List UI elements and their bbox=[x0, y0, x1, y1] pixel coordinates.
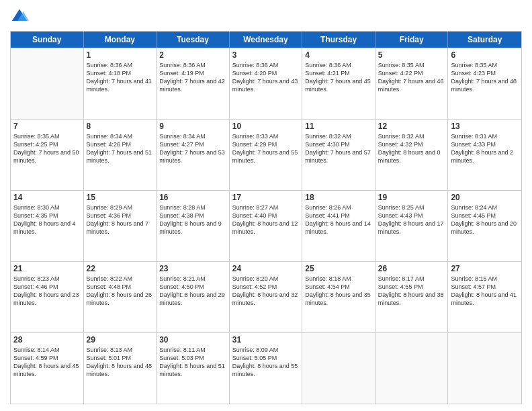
calendar-cell: 18Sunrise: 8:26 AMSunset: 4:41 PMDayligh… bbox=[302, 191, 375, 261]
calendar: SundayMondayTuesdayWednesdayThursdayFrid… bbox=[10, 31, 522, 404]
calendar-cell: 19Sunrise: 8:25 AMSunset: 4:43 PMDayligh… bbox=[375, 191, 449, 261]
day-number: 16 bbox=[159, 193, 226, 202]
day-number: 12 bbox=[378, 122, 445, 131]
day-number: 7 bbox=[13, 122, 81, 131]
calendar-cell: 22Sunrise: 8:22 AMSunset: 4:48 PMDayligh… bbox=[84, 262, 157, 332]
calendar-cell: 14Sunrise: 8:30 AMSunset: 4:35 PMDayligh… bbox=[11, 191, 84, 261]
day-number: 22 bbox=[87, 264, 154, 273]
calendar-cell: 23Sunrise: 8:21 AMSunset: 4:50 PMDayligh… bbox=[157, 262, 230, 332]
day-info: Sunrise: 8:29 AMSunset: 4:36 PMDaylight:… bbox=[87, 203, 154, 236]
calendar-row: 7Sunrise: 8:35 AMSunset: 4:25 PMDaylight… bbox=[11, 119, 521, 190]
day-header-sunday: Sunday bbox=[11, 32, 84, 48]
day-number: 18 bbox=[305, 193, 372, 202]
day-number: 28 bbox=[13, 335, 81, 345]
day-info: Sunrise: 8:27 AMSunset: 4:40 PMDaylight:… bbox=[232, 203, 300, 236]
calendar-header: SundayMondayTuesdayWednesdayThursdayFrid… bbox=[11, 32, 521, 48]
day-number: 19 bbox=[378, 193, 445, 202]
calendar-cell: 25Sunrise: 8:18 AMSunset: 4:54 PMDayligh… bbox=[302, 262, 375, 332]
day-info: Sunrise: 8:24 AMSunset: 4:45 PMDaylight:… bbox=[451, 203, 519, 236]
day-info: Sunrise: 8:09 AMSunset: 5:05 PMDaylight:… bbox=[232, 346, 300, 379]
calendar-cell: 31Sunrise: 8:09 AMSunset: 5:05 PMDayligh… bbox=[230, 333, 303, 404]
day-info: Sunrise: 8:28 AMSunset: 4:38 PMDaylight:… bbox=[159, 203, 226, 236]
day-header-wednesday: Wednesday bbox=[230, 32, 303, 48]
calendar-cell: 6Sunrise: 8:35 AMSunset: 4:23 PMDaylight… bbox=[448, 48, 521, 119]
day-number: 2 bbox=[159, 50, 226, 60]
calendar-cell bbox=[448, 333, 521, 404]
day-number: 5 bbox=[378, 50, 445, 60]
day-number: 1 bbox=[87, 50, 154, 60]
day-header-tuesday: Tuesday bbox=[157, 32, 230, 48]
day-info: Sunrise: 8:34 AMSunset: 4:27 PMDaylight:… bbox=[159, 132, 226, 165]
day-info: Sunrise: 8:14 AMSunset: 4:59 PMDaylight:… bbox=[13, 346, 81, 379]
day-info: Sunrise: 8:36 AMSunset: 4:18 PMDaylight:… bbox=[87, 61, 154, 94]
calendar-cell: 1Sunrise: 8:36 AMSunset: 4:18 PMDaylight… bbox=[84, 48, 157, 119]
day-info: Sunrise: 8:25 AMSunset: 4:43 PMDaylight:… bbox=[378, 203, 445, 236]
day-info: Sunrise: 8:17 AMSunset: 4:55 PMDaylight:… bbox=[378, 275, 445, 308]
header bbox=[10, 7, 522, 26]
calendar-cell: 2Sunrise: 8:36 AMSunset: 4:19 PMDaylight… bbox=[157, 48, 230, 119]
logo-icon bbox=[10, 7, 29, 26]
day-info: Sunrise: 8:15 AMSunset: 4:57 PMDaylight:… bbox=[451, 275, 519, 308]
day-info: Sunrise: 8:33 AMSunset: 4:29 PMDaylight:… bbox=[232, 132, 300, 165]
day-info: Sunrise: 8:35 AMSunset: 4:25 PMDaylight:… bbox=[13, 132, 81, 165]
calendar-cell: 7Sunrise: 8:35 AMSunset: 4:25 PMDaylight… bbox=[11, 120, 84, 190]
calendar-cell: 9Sunrise: 8:34 AMSunset: 4:27 PMDaylight… bbox=[157, 120, 230, 190]
day-number: 24 bbox=[232, 264, 300, 273]
day-info: Sunrise: 8:35 AMSunset: 4:22 PMDaylight:… bbox=[378, 61, 445, 94]
calendar-cell: 30Sunrise: 8:11 AMSunset: 5:03 PMDayligh… bbox=[157, 333, 230, 404]
calendar-row: 1Sunrise: 8:36 AMSunset: 4:18 PMDaylight… bbox=[11, 48, 521, 119]
day-number: 8 bbox=[87, 122, 154, 131]
day-number: 31 bbox=[232, 335, 300, 345]
calendar-cell: 11Sunrise: 8:32 AMSunset: 4:30 PMDayligh… bbox=[302, 120, 375, 190]
calendar-cell bbox=[302, 333, 375, 404]
day-info: Sunrise: 8:35 AMSunset: 4:23 PMDaylight:… bbox=[451, 61, 519, 94]
calendar-row: 28Sunrise: 8:14 AMSunset: 4:59 PMDayligh… bbox=[11, 332, 521, 404]
day-number: 4 bbox=[305, 50, 372, 60]
day-info: Sunrise: 8:26 AMSunset: 4:41 PMDaylight:… bbox=[305, 203, 372, 236]
day-number: 25 bbox=[305, 264, 372, 273]
day-info: Sunrise: 8:21 AMSunset: 4:50 PMDaylight:… bbox=[159, 275, 226, 308]
day-number: 30 bbox=[159, 335, 226, 345]
day-number: 15 bbox=[87, 193, 154, 202]
day-info: Sunrise: 8:30 AMSunset: 4:35 PMDaylight:… bbox=[13, 203, 81, 236]
calendar-cell: 20Sunrise: 8:24 AMSunset: 4:45 PMDayligh… bbox=[448, 191, 521, 261]
calendar-row: 21Sunrise: 8:23 AMSunset: 4:46 PMDayligh… bbox=[11, 261, 521, 332]
day-info: Sunrise: 8:36 AMSunset: 4:19 PMDaylight:… bbox=[159, 61, 226, 94]
day-info: Sunrise: 8:36 AMSunset: 4:21 PMDaylight:… bbox=[305, 61, 372, 94]
calendar-cell: 29Sunrise: 8:13 AMSunset: 5:01 PMDayligh… bbox=[84, 333, 157, 404]
day-info: Sunrise: 8:13 AMSunset: 5:01 PMDaylight:… bbox=[87, 346, 154, 379]
day-number: 11 bbox=[305, 122, 372, 131]
calendar-cell: 27Sunrise: 8:15 AMSunset: 4:57 PMDayligh… bbox=[448, 262, 521, 332]
day-info: Sunrise: 8:11 AMSunset: 5:03 PMDaylight:… bbox=[159, 346, 226, 379]
day-info: Sunrise: 8:32 AMSunset: 4:32 PMDaylight:… bbox=[378, 132, 445, 165]
day-info: Sunrise: 8:18 AMSunset: 4:54 PMDaylight:… bbox=[305, 275, 372, 308]
day-header-thursday: Thursday bbox=[302, 32, 375, 48]
day-number: 27 bbox=[451, 264, 519, 273]
day-number: 6 bbox=[451, 50, 519, 60]
day-number: 29 bbox=[87, 335, 154, 345]
day-info: Sunrise: 8:36 AMSunset: 4:20 PMDaylight:… bbox=[232, 61, 300, 94]
day-header-friday: Friday bbox=[375, 32, 449, 48]
day-info: Sunrise: 8:34 AMSunset: 4:26 PMDaylight:… bbox=[87, 132, 154, 165]
calendar-row: 14Sunrise: 8:30 AMSunset: 4:35 PMDayligh… bbox=[11, 190, 521, 261]
calendar-body: 1Sunrise: 8:36 AMSunset: 4:18 PMDaylight… bbox=[11, 48, 521, 404]
day-number: 14 bbox=[13, 193, 81, 202]
logo bbox=[10, 7, 32, 26]
day-info: Sunrise: 8:20 AMSunset: 4:52 PMDaylight:… bbox=[232, 275, 300, 308]
calendar-cell: 8Sunrise: 8:34 AMSunset: 4:26 PMDaylight… bbox=[84, 120, 157, 190]
calendar-cell: 21Sunrise: 8:23 AMSunset: 4:46 PMDayligh… bbox=[11, 262, 84, 332]
calendar-cell: 3Sunrise: 8:36 AMSunset: 4:20 PMDaylight… bbox=[230, 48, 303, 119]
day-header-saturday: Saturday bbox=[448, 32, 521, 48]
calendar-cell: 26Sunrise: 8:17 AMSunset: 4:55 PMDayligh… bbox=[375, 262, 449, 332]
page-container: SundayMondayTuesdayWednesdayThursdayFrid… bbox=[0, 0, 532, 411]
calendar-cell bbox=[11, 48, 84, 119]
calendar-cell: 16Sunrise: 8:28 AMSunset: 4:38 PMDayligh… bbox=[157, 191, 230, 261]
day-info: Sunrise: 8:32 AMSunset: 4:30 PMDaylight:… bbox=[305, 132, 372, 165]
day-number: 26 bbox=[378, 264, 445, 273]
calendar-cell: 12Sunrise: 8:32 AMSunset: 4:32 PMDayligh… bbox=[375, 120, 449, 190]
day-number: 21 bbox=[13, 264, 81, 273]
calendar-cell bbox=[375, 333, 449, 404]
day-number: 3 bbox=[232, 50, 300, 60]
day-info: Sunrise: 8:22 AMSunset: 4:48 PMDaylight:… bbox=[87, 275, 154, 308]
calendar-cell: 15Sunrise: 8:29 AMSunset: 4:36 PMDayligh… bbox=[84, 191, 157, 261]
